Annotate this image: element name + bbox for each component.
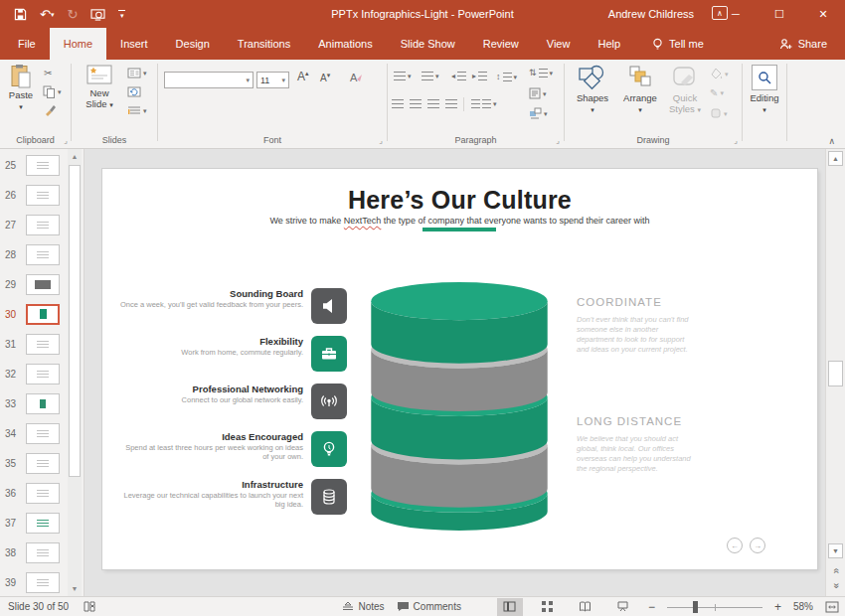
tab-transitions[interactable]: Transitions [224,28,304,60]
minimize-button[interactable]: ─ [714,0,758,28]
zoom-in-button[interactable]: + [774,600,781,614]
prev-arrow-icon[interactable]: ← [727,538,743,553]
tab-review[interactable]: Review [469,28,533,60]
increase-indent-icon[interactable]: ▸ [472,72,487,80]
fit-to-window-icon[interactable] [825,601,839,613]
list-item-sounding-board[interactable]: Sounding BoardOnce a week, you'll get va… [118,288,347,326]
slide-sorter-button[interactable] [535,598,561,616]
thumbnail-slide-34[interactable]: 34 [0,421,66,445]
slide-counter[interactable]: Slide 30 of 50 [8,601,69,612]
notes-button[interactable]: Notes [342,601,384,612]
save-icon[interactable] [14,8,27,21]
thumb-scroll-up-icon[interactable]: ▲ [68,153,82,160]
list-item-flexibility[interactable]: FlexibilityWork from home, commute regul… [118,336,347,374]
next-slide-icon[interactable]: » [831,579,842,593]
section-coordinate[interactable]: COORDINATE Don't ever think that you can… [577,296,736,355]
slide-subtitle[interactable]: We strive to make NextTech the type of c… [102,216,817,226]
align-text-icon[interactable]: ▾ [529,87,547,99]
close-button[interactable]: ✕ [801,0,845,28]
next-arrow-icon[interactable]: → [750,538,765,553]
decrease-font-size-button[interactable]: A▾ [320,72,330,83]
paragraph-dialog-launcher[interactable]: ⌟ [556,136,560,145]
slide-title[interactable]: Here’s Our Culture [102,186,817,215]
list-item-infrastructure[interactable]: InfrastructureLeverage our technical cap… [118,479,347,517]
thumb-scroll-thumb[interactable] [69,165,81,477]
tell-me-box[interactable]: Tell me [638,28,718,60]
tab-design[interactable]: Design [162,28,224,60]
thumbnail-slide-35[interactable]: 35 [0,451,66,475]
new-slide-button[interactable]: New Slide ▾ [80,64,119,109]
thumbnail-slide-31[interactable]: 31 [0,332,66,356]
editing-caret[interactable]: ▾ [762,106,766,113]
account-user-name[interactable]: Andrew Childress [608,0,694,28]
thumbnail-slide-36[interactable]: 36 [0,481,66,505]
zoom-slider-thumb[interactable] [693,601,698,613]
thumbnail-slide-26[interactable]: 26 [0,183,66,207]
copy-icon[interactable]: ▾ [43,85,62,98]
slide-editor[interactable]: Here’s Our Culture We strive to make Nex… [102,169,817,569]
align-center-icon[interactable] [410,99,422,108]
shape-outline-icon[interactable]: ✎▾ [710,87,724,98]
thumbnail-slide-30-selected[interactable]: 30 [0,302,66,326]
clipboard-dialog-launcher[interactable]: ⌟ [64,136,68,145]
bullets-icon[interactable]: ▾ [394,72,412,80]
format-painter-icon[interactable] [44,103,57,116]
thumbnail-slide-39[interactable]: 39 [0,570,66,594]
align-right-icon[interactable] [427,99,439,108]
arrange-button[interactable]: Arrange ▾ [616,65,664,114]
tab-view[interactable]: View [533,28,585,60]
text-direction-icon[interactable]: ⇅▾ [529,68,553,77]
shapes-button[interactable]: Shapes ▾ [571,65,614,114]
main-scrollbar[interactable]: ▲ ▼ « » [825,149,845,596]
list-item-professional-networking[interactable]: Professional NetworkingConnect to our gl… [118,384,347,421]
zoom-slider[interactable] [667,600,762,614]
scroll-up-icon[interactable]: ▲ [828,151,843,166]
maximize-button[interactable]: ☐ [758,0,801,28]
slideshow-view-button[interactable] [610,598,636,616]
editing-button[interactable]: Editing ▾ [746,65,783,114]
redo-icon[interactable]: ↻ [67,8,78,21]
quick-styles-button[interactable]: Quick Styles ▾ [664,65,706,114]
shapes-caret[interactable]: ▾ [591,106,594,113]
scroll-thumb[interactable] [828,361,843,386]
zoom-out-button[interactable]: − [648,600,655,614]
collapse-ribbon-icon[interactable]: ∧ [828,136,835,146]
tab-home[interactable]: Home [50,28,106,60]
thumb-scroll-down-icon[interactable]: ▼ [68,585,82,592]
thumbnail-scrollbar[interactable]: ▲ ▼ [68,149,82,596]
section-icon[interactable]: ▾ [127,105,147,116]
thumbnail-slide-25[interactable]: 25 [0,153,66,177]
tab-slideshow[interactable]: Slide Show [387,28,469,60]
increase-font-size-button[interactable]: A▴ [297,70,309,83]
justify-icon[interactable] [445,99,457,108]
drawing-dialog-launcher[interactable]: ⌟ [734,136,738,145]
scroll-down-icon[interactable]: ▼ [828,543,843,558]
tab-animations[interactable]: Animations [304,28,386,60]
culture-database-graphic[interactable] [371,282,548,531]
thumbnail-slide-27[interactable]: 27 [0,213,66,236]
comments-button[interactable]: Comments [397,601,461,612]
section-long-distance[interactable]: LONG DISTANCE We believe that you should… [577,415,736,474]
previous-slide-icon[interactable]: « [831,564,842,578]
font-name-combobox[interactable]: ▾ [164,72,254,88]
paste-dropdown-caret[interactable]: ▾ [19,103,23,110]
columns-icon[interactable]: ▾ [471,99,497,108]
cut-icon[interactable]: ✂ [44,68,52,78]
new-slide-caret[interactable]: ▾ [109,101,113,108]
arrange-caret[interactable]: ▾ [638,106,642,113]
align-left-icon[interactable] [392,99,404,108]
decrease-indent-icon[interactable]: ◂ [451,72,466,80]
shape-fill-icon[interactable]: ▾ [710,68,729,79]
tab-insert[interactable]: Insert [106,28,162,60]
thumbnail-slide-29[interactable]: 29 [0,272,66,296]
spellcheck-icon[interactable] [83,600,96,613]
convert-to-smartart-icon[interactable]: ▾ [529,107,548,119]
clear-formatting-icon[interactable]: A [349,72,363,83]
start-slideshow-icon[interactable] [90,8,105,21]
font-size-combobox[interactable]: 11▾ [256,72,289,88]
font-dialog-launcher[interactable]: ⌟ [379,136,383,145]
zoom-level[interactable]: 58% [793,601,813,612]
thumbnail-slide-28[interactable]: 28 [0,242,66,266]
normal-view-button[interactable] [497,598,523,616]
tab-file[interactable]: File [4,28,50,60]
